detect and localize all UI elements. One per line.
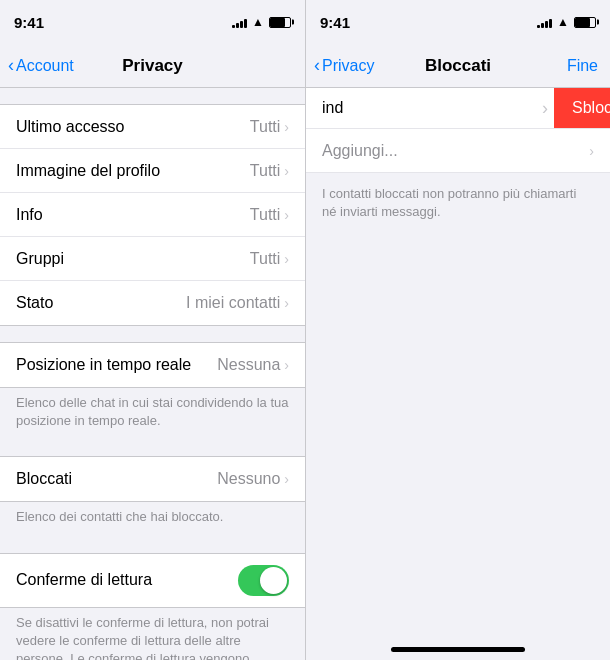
posizione-section: Posizione in tempo reale Nessuna › xyxy=(0,342,305,388)
time-left: 9:41 xyxy=(14,14,44,31)
status-bar-left: 9:41 ▲ xyxy=(0,0,305,44)
unblock-button[interactable]: Sblocca xyxy=(554,88,610,128)
conferme-section: Conferme di lettura xyxy=(0,553,305,608)
label-ultimo-accesso: Ultimo accesso xyxy=(16,118,124,136)
fine-button[interactable]: Fine xyxy=(567,57,598,75)
toggle-knob xyxy=(260,567,287,594)
value-bloccati: Nessuno › xyxy=(217,470,289,488)
bloccati-section: Bloccati Nessuno › xyxy=(0,456,305,502)
right-content-area xyxy=(306,233,610,643)
list-item-immagine[interactable]: Immagine del profilo Tutti › xyxy=(0,149,305,193)
search-chevron-icon: › xyxy=(542,98,548,119)
wifi-icon-right: ▲ xyxy=(557,15,569,29)
label-posizione: Posizione in tempo reale xyxy=(16,356,191,374)
battery-icon-right xyxy=(574,17,596,28)
list-item-stato[interactable]: Stato I miei contatti › xyxy=(0,281,305,325)
chevron-back-icon-right: ‹ xyxy=(314,55,320,76)
bloccati-desc: Elenco dei contatti che hai bloccato. xyxy=(0,502,305,536)
conferme-toggle[interactable] xyxy=(238,565,289,596)
blocked-search-input[interactable] xyxy=(306,88,538,128)
blocked-info-text: I contatti bloccati non potranno più chi… xyxy=(322,186,576,219)
time-right: 9:41 xyxy=(320,14,350,31)
chevron-right-icon: › xyxy=(284,471,289,487)
value-info: Tutti › xyxy=(250,206,289,224)
chevron-right-icon: › xyxy=(284,295,289,311)
list-item-conferme[interactable]: Conferme di lettura xyxy=(0,554,305,607)
back-label-right: Privacy xyxy=(322,57,374,75)
status-icons-left: ▲ xyxy=(232,15,291,29)
nav-title-right: Bloccati xyxy=(425,56,491,76)
list-item-gruppi[interactable]: Gruppi Tutti › xyxy=(0,237,305,281)
conferme-desc: Se disattivi le conferme di lettura, non… xyxy=(0,608,305,660)
chevron-right-icon: › xyxy=(284,163,289,179)
add-label: Aggiungi... xyxy=(322,142,398,160)
back-label-left: Account xyxy=(16,57,74,75)
chevron-right-icon: › xyxy=(284,119,289,135)
posizione-desc: Elenco delle chat in cui stai condividen… xyxy=(0,388,305,440)
label-gruppi: Gruppi xyxy=(16,250,64,268)
status-bar-right: 9:41 ▲ xyxy=(306,0,610,44)
blocked-search-row: › Sblocca xyxy=(306,88,610,129)
status-icons-right: ▲ xyxy=(537,15,596,29)
label-info: Info xyxy=(16,206,43,224)
value-ultimo-accesso: Tutti › xyxy=(250,118,289,136)
add-contact-row[interactable]: Aggiungi... › xyxy=(306,129,610,173)
chevron-back-icon: ‹ xyxy=(8,55,14,76)
chevron-right-icon: › xyxy=(284,251,289,267)
list-item-bloccati[interactable]: Bloccati Nessuno › xyxy=(0,457,305,501)
right-panel: 9:41 ▲ ‹ Privacy Bloccati Fine › Sblocca xyxy=(305,0,610,660)
signal-icon xyxy=(232,17,247,28)
value-immagine: Tutti › xyxy=(250,162,289,180)
home-indicator-right xyxy=(391,647,525,652)
list-item-posizione[interactable]: Posizione in tempo reale Nessuna › xyxy=(0,343,305,387)
list-item-ultimo-accesso[interactable]: Ultimo accesso Tutti › xyxy=(0,105,305,149)
value-stato: I miei contatti › xyxy=(186,294,289,312)
value-gruppi: Tutti › xyxy=(250,250,289,268)
label-stato: Stato xyxy=(16,294,53,312)
label-immagine: Immagine del profilo xyxy=(16,162,160,180)
back-button-right[interactable]: ‹ Privacy xyxy=(314,55,374,76)
nav-bar-left: ‹ Account Privacy xyxy=(0,44,305,88)
label-bloccati: Bloccati xyxy=(16,470,72,488)
privacy-section: Ultimo accesso Tutti › Immagine del prof… xyxy=(0,104,305,326)
list-item-info[interactable]: Info Tutti › xyxy=(0,193,305,237)
back-button-left[interactable]: ‹ Account xyxy=(8,55,74,76)
value-posizione: Nessuna › xyxy=(217,356,289,374)
label-conferme: Conferme di lettura xyxy=(16,571,152,589)
chevron-right-icon: › xyxy=(284,357,289,373)
blocked-info-box: I contatti bloccati non potranno più chi… xyxy=(306,173,610,233)
wifi-icon: ▲ xyxy=(252,15,264,29)
signal-icon-right xyxy=(537,17,552,28)
battery-icon xyxy=(269,17,291,28)
nav-title-left: Privacy xyxy=(122,56,183,76)
add-chevron-icon: › xyxy=(589,143,594,159)
chevron-right-icon: › xyxy=(284,207,289,223)
left-panel: 9:41 ▲ ‹ Account Privacy Ultimo accesso xyxy=(0,0,305,660)
nav-bar-right: ‹ Privacy Bloccati Fine xyxy=(306,44,610,88)
